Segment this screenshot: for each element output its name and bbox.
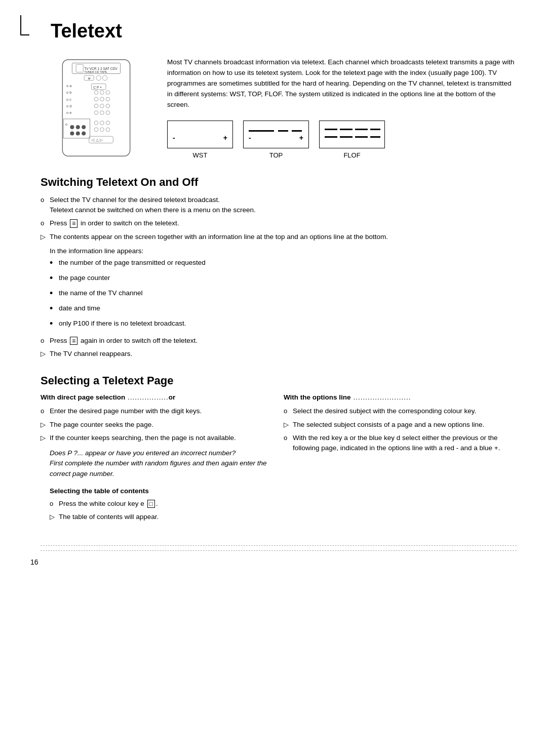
bullet-a-2: ▷ — [41, 433, 50, 443]
info-item-2-text: the page counter — [59, 273, 517, 283]
info-item-1-text: the number of the page transmitted or re… — [59, 258, 517, 268]
info-item-3: • the name of the TV channel — [50, 288, 517, 300]
note-line-2: First complete the number with random fi… — [50, 459, 267, 477]
teletext-button-icon-2: ≡ — [70, 337, 77, 345]
bullet-arrow-1: ▷ — [41, 232, 50, 242]
info-item-5: • only P100 if there is no teletext broa… — [50, 319, 517, 331]
right-col-heading: With the options line ..................… — [284, 393, 517, 401]
svg-point-23 — [106, 104, 110, 108]
info-line-section: In the information line appears: • the n… — [50, 247, 517, 331]
right-col-dots: ........................ — [351, 393, 411, 401]
svg-point-22 — [100, 104, 104, 108]
teletext-button-icon: ≡ — [70, 219, 77, 227]
diagram-top: - + TOP — [243, 121, 309, 161]
select-left-3: ▷ If the counter keeps searching, then t… — [41, 433, 268, 443]
info-item-3-text: the name of the TV channel — [59, 288, 517, 298]
select-right-3-text: With the red key a or the blue key d sel… — [293, 433, 517, 454]
bullet-dot-5: • — [50, 317, 59, 331]
svg-rect-2 — [76, 64, 83, 72]
bullet-arrow-2: ▷ — [41, 349, 50, 359]
svg-point-14 — [100, 91, 104, 95]
two-col-section: With direct page selection .............… — [41, 393, 517, 525]
left-col-dots: ................. — [125, 393, 169, 401]
switching-item-4: o Press ≡ again in order to switch off t… — [41, 336, 517, 346]
selecting-heading: Selecting a Teletext Page — [41, 374, 517, 387]
svg-point-8 — [102, 75, 107, 81]
switching-item-3: ▷ The contents appear on the screen toge… — [41, 232, 517, 242]
switching-item-3-text: The contents appear on the screen togeth… — [50, 232, 517, 242]
wst-label: WST — [167, 150, 233, 161]
svg-point-15 — [106, 91, 110, 95]
select-left-1: o Enter the desired page number with the… — [41, 406, 268, 416]
bullet-circle: o — [41, 195, 50, 205]
svg-point-19 — [106, 97, 110, 101]
info-item-2: • the page counter — [50, 273, 517, 285]
bullet-a-3: ▷ — [50, 512, 59, 522]
page-number: 16 — [30, 558, 38, 566]
svg-text:w: w — [88, 76, 91, 80]
col-right: With the options line ..................… — [279, 393, 517, 525]
system-diagrams: - + WST - + TOP — [167, 121, 517, 161]
bullet-ra-1: ▷ — [284, 420, 293, 430]
intro-paragraph: Most TV channels broadcast information v… — [167, 57, 517, 110]
right-col-heading-text: With the options line — [284, 393, 351, 401]
remote-control-area: TV VCR 1 2 SAT CDV TUNER CD TAPE w o a C… — [41, 57, 152, 158]
or-text: or — [169, 393, 176, 401]
subsection-heading: Selecting the table of contents — [50, 487, 268, 495]
svg-text:o  b: o b — [66, 90, 72, 95]
select-left-2-text: The page counter seeks the page. — [50, 420, 268, 430]
select-right-3: o With the red key a or the blue key d s… — [284, 433, 517, 454]
switching-item-5: ▷ The TV channel reappears. — [41, 349, 517, 359]
bullet-c-1: o — [41, 406, 50, 416]
info-item-1: • the number of the page transmitted or … — [50, 258, 517, 270]
svg-point-40 — [100, 128, 104, 132]
svg-text:o  e: o e — [66, 110, 72, 115]
flof-box — [319, 121, 385, 148]
svg-point-17 — [94, 97, 98, 101]
select-left-2: ▷ The page counter seeks the page. — [41, 420, 268, 430]
remote-container: TV VCR 1 2 SAT CDV TUNER CD TAPE w o a C… — [41, 57, 152, 158]
toc-item-1-text: Press the white colour key e □. — [59, 499, 268, 509]
bullet-circle-3: o — [41, 336, 50, 346]
svg-point-39 — [94, 128, 98, 132]
switching-item-4-text: Press ≡ again in order to switch off the… — [50, 336, 517, 346]
svg-point-13 — [94, 91, 98, 95]
select-right-1: o Select the desired subject with the co… — [284, 406, 517, 416]
svg-point-21 — [94, 104, 98, 108]
intro-text: Most TV channels broadcast information v… — [167, 57, 517, 161]
bullet-circle-2: o — [41, 218, 50, 228]
top-box: - + — [243, 121, 309, 148]
svg-point-41 — [106, 128, 110, 132]
bullet-dot-4: • — [50, 302, 59, 315]
switching-item-2-text: Press ≡ in order to switch on the telete… — [50, 218, 517, 228]
svg-text:◁  △  ▷: ◁ △ ▷ — [91, 138, 103, 142]
switching-item-1: o Select the TV channel for the desired … — [41, 195, 517, 216]
col-left: With direct page selection .............… — [41, 393, 279, 525]
svg-point-37 — [100, 121, 104, 125]
bottom-line2 — [41, 550, 517, 551]
bullet-rc-2: o — [284, 433, 293, 443]
info-item-4: • date and time — [50, 303, 517, 315]
margin-bracket — [20, 15, 29, 35]
svg-text:C  P  +: C P + — [93, 86, 102, 89]
svg-point-32 — [82, 125, 86, 129]
bullet-rc-1: o — [284, 406, 293, 416]
switching-item-5-text: The TV channel reappears. — [50, 349, 517, 359]
toc-item-2-text: The table of contents will appear. — [59, 512, 268, 522]
svg-text:TUNER  CD  TAPE: TUNER CD TAPE — [84, 70, 107, 73]
page: Teletext TV VCR 1 2 SAT CDV TUNER CD TAP… — [0, 0, 547, 581]
switching-item-1-text: Select the TV channel for the desired te… — [50, 195, 517, 216]
select-left-3-text: If the counter keeps searching, then the… — [50, 433, 268, 443]
wst-box: - + — [167, 121, 233, 148]
info-item-5-text: only P100 if there is no teletext broadc… — [59, 319, 517, 329]
remote-svg: TV VCR 1 2 SAT CDV TUNER CD TAPE w o a C… — [46, 57, 147, 158]
bullet-a-1: ▷ — [41, 420, 50, 430]
svg-point-27 — [106, 111, 110, 115]
select-right-2-text: The selected subject consists of a page … — [293, 420, 517, 430]
switching-heading: Switching Teletext On and Off — [41, 176, 517, 189]
left-col-heading: With direct page selection .............… — [41, 393, 268, 401]
top-section: TV VCR 1 2 SAT CDV TUNER CD TAPE w o a C… — [41, 57, 517, 161]
svg-point-33 — [70, 132, 74, 136]
svg-text:o  a: o a — [66, 84, 72, 88]
info-item-4-text: date and time — [59, 303, 517, 313]
